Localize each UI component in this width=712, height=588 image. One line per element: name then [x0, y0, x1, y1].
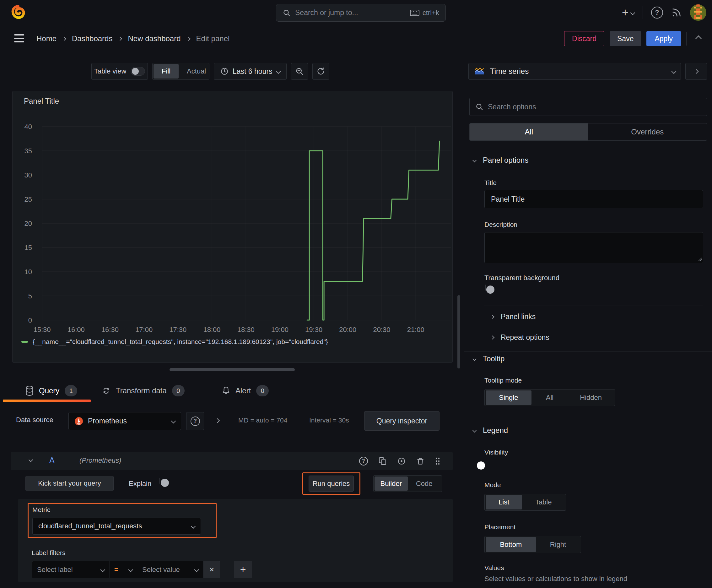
tab-all-options[interactable]: All: [470, 123, 588, 141]
breadcrumb-item-dashboards[interactable]: Dashboards: [72, 34, 112, 43]
label-filters-row: Select label = Select value × +: [32, 561, 252, 578]
tab-alert[interactable]: Alert 0: [222, 382, 269, 400]
tab-transform-count: 0: [172, 385, 185, 396]
user-avatar[interactable]: [690, 4, 706, 21]
options-search-input[interactable]: [488, 103, 701, 111]
panel-resize-handle[interactable]: [170, 368, 295, 371]
chevron-right-icon: [62, 37, 66, 41]
chart-panel: Panel Title 051015202530354015:3016:0016…: [12, 91, 453, 363]
legend-series-swatch: [21, 341, 28, 343]
kick-start-button[interactable]: Kick start your query: [25, 476, 114, 491]
legend-mode-list[interactable]: List: [486, 495, 522, 509]
label-filters-label: Label filters: [32, 549, 65, 556]
repeat-options-row[interactable]: Repeat options: [491, 331, 549, 344]
tooltip-mode-all[interactable]: All: [532, 391, 568, 405]
breadcrumb-item-home[interactable]: Home: [37, 34, 57, 43]
visualization-picker[interactable]: Time series: [468, 63, 681, 80]
toggle-viz-picker-button[interactable]: [685, 63, 707, 80]
refresh-button[interactable]: [312, 63, 329, 80]
svg-text:5: 5: [28, 292, 32, 300]
divider: [484, 327, 703, 327]
svg-text:10: 10: [24, 268, 32, 276]
search-input[interactable]: [295, 8, 406, 17]
tab-query[interactable]: Query 1: [25, 382, 77, 400]
query-builder-card: Metric cloudflared_tunnel_total_requests…: [18, 499, 453, 582]
legend-mode-switch: List Table: [484, 494, 566, 511]
drag-handle-icon[interactable]: [435, 457, 440, 465]
duplicate-query-icon[interactable]: [379, 457, 387, 465]
hide-response-eye-icon[interactable]: [397, 457, 406, 465]
zoom-out-button[interactable]: [291, 63, 308, 80]
table-view-toggle[interactable]: [131, 67, 145, 76]
max-datapoints-stat: MD = auto = 704: [238, 417, 287, 424]
grafana-logo[interactable]: [10, 4, 26, 21]
explain-toggle[interactable]: [159, 478, 160, 484]
panel-links-label: Panel links: [501, 313, 536, 321]
tab-overrides[interactable]: Overrides: [588, 123, 707, 141]
panel-links-row[interactable]: Panel links: [491, 310, 536, 323]
tab-transform-data[interactable]: Transform data 0: [102, 382, 185, 400]
breadcrumb-item-new-dashboard[interactable]: New dashboard: [128, 34, 180, 43]
chart-legend-row[interactable]: {__name__="cloudflared_tunnel_total_requ…: [21, 338, 328, 345]
legend-mode-table[interactable]: Table: [522, 495, 565, 509]
datasource-picker[interactable]: Prometheus: [68, 412, 181, 430]
builder-code-switch: Builder Code: [373, 475, 442, 492]
query-datasource-hint: (Prometheus): [80, 456, 121, 465]
main-scrollbar[interactable]: [457, 295, 460, 369]
svg-text:20: 20: [24, 219, 32, 227]
delete-query-icon[interactable]: [416, 457, 425, 465]
chevron-right-icon: [490, 315, 494, 319]
query-inspector-button[interactable]: Query inspector: [364, 411, 439, 430]
select-label-dropdown[interactable]: Select label: [32, 561, 110, 578]
menu-toggle-button[interactable]: [14, 34, 24, 43]
query-help-icon[interactable]: ?: [359, 457, 368, 465]
add-filter-button[interactable]: +: [234, 561, 252, 578]
query-collapse-icon[interactable]: [28, 458, 33, 462]
transparent-bg-toggle[interactable]: [485, 285, 486, 291]
options-search-box[interactable]: [469, 98, 707, 116]
expand-stats-icon[interactable]: [215, 418, 220, 423]
fill-option[interactable]: Fill: [153, 64, 179, 79]
query-ref-id[interactable]: A: [49, 456, 55, 465]
apply-button[interactable]: Apply: [646, 31, 681, 46]
legend-series-label[interactable]: {__name__="cloudflared_tunnel_total_requ…: [33, 338, 328, 345]
help-button[interactable]: ?: [651, 6, 663, 19]
select-value-dropdown[interactable]: Select value: [137, 561, 204, 578]
resize-grip-icon[interactable]: [697, 257, 702, 261]
tooltip-section-header[interactable]: Tooltip: [473, 354, 504, 363]
remove-filter-button[interactable]: ×: [204, 561, 220, 578]
breadcrumb-actions: Discard Save Apply: [564, 31, 705, 46]
legend-heading: Legend: [483, 426, 508, 435]
legend-section-header[interactable]: Legend: [473, 426, 508, 435]
panel-title-input[interactable]: [484, 190, 703, 208]
datasource-help-button[interactable]: ?: [186, 412, 204, 430]
new-menu-button[interactable]: +: [622, 7, 634, 18]
svg-text:20:30: 20:30: [373, 326, 390, 334]
legend-visibility-toggle[interactable]: [486, 460, 486, 466]
search-icon: [475, 103, 483, 111]
panel-options-header[interactable]: Panel options: [473, 156, 528, 165]
svg-text:16:00: 16:00: [67, 326, 85, 334]
prometheus-icon: [74, 417, 83, 426]
global-search[interactable]: ctrl+k: [276, 4, 446, 22]
tooltip-mode-single[interactable]: Single: [486, 391, 532, 405]
operator-dropdown[interactable]: =: [110, 561, 137, 578]
builder-option[interactable]: Builder: [374, 477, 408, 491]
collapse-header-icon[interactable]: [695, 36, 702, 42]
save-button[interactable]: Save: [610, 31, 641, 46]
bell-icon: [222, 386, 230, 395]
timeseries-chart[interactable]: 051015202530354015:3016:0016:3017:0017:3…: [13, 91, 452, 336]
tooltip-mode-hidden[interactable]: Hidden: [568, 391, 614, 405]
discard-button[interactable]: Discard: [564, 31, 604, 46]
legend-placement-bottom[interactable]: Bottom: [486, 537, 536, 552]
run-queries-button[interactable]: Run queries: [308, 476, 354, 491]
legend-placement-right[interactable]: Right: [536, 537, 580, 552]
time-range-picker[interactable]: Last 6 hours: [214, 63, 287, 80]
svg-text:16:30: 16:30: [102, 326, 118, 334]
code-option[interactable]: Code: [408, 477, 441, 491]
actual-option[interactable]: Actual: [179, 64, 214, 79]
metric-select[interactable]: cloudflared_tunnel_total_requests: [33, 518, 201, 534]
keyboard-icon: [410, 9, 419, 16]
news-rss-button[interactable]: [671, 7, 682, 18]
description-textarea[interactable]: [484, 232, 703, 263]
